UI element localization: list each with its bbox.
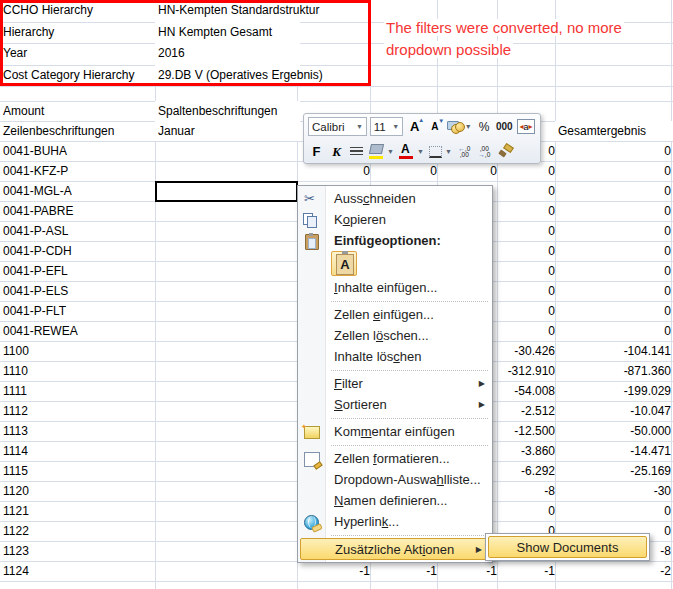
value-cell[interactable]: 0 <box>297 161 374 181</box>
value-cell[interactable]: 0 <box>555 201 673 221</box>
menu-item-filter[interactable]: Filter▶ <box>298 373 492 394</box>
row-label[interactable]: 1100 <box>0 341 158 361</box>
value-cell[interactable]: -50.000 <box>555 421 673 441</box>
row-label[interactable]: 1114 <box>0 441 158 461</box>
row-label[interactable]: 0041-P-EFL <box>0 261 158 281</box>
value-cell[interactable]: 0 <box>497 281 559 301</box>
chevron-down-icon[interactable]: ▼ <box>356 123 363 130</box>
value-cell[interactable]: -14.471 <box>555 441 673 461</box>
value-cell[interactable]: 0 <box>497 221 559 241</box>
pivot-values-label[interactable]: Amount <box>0 101 158 121</box>
menu-item-cut[interactable]: ✂Ausschneiden <box>298 188 492 209</box>
row-label[interactable]: 0041-P-ASL <box>0 221 158 241</box>
row-label[interactable]: 0041-P-ELS <box>0 281 158 301</box>
row-label[interactable]: 1111 <box>0 381 158 401</box>
pivot-rows-area-label[interactable]: Zeilenbeschriftungen <box>0 121 158 141</box>
borders-button[interactable]: ▼ <box>428 142 453 162</box>
row-label[interactable]: 1123 <box>0 541 158 561</box>
value-cell[interactable]: -6.292 <box>497 461 559 481</box>
format-painter-button[interactable] <box>496 142 514 162</box>
row-label[interactable]: 1121 <box>0 501 158 521</box>
increase-decimal-button[interactable]: ←,0,00 <box>456 142 473 162</box>
value-cell[interactable]: -30 <box>555 481 673 501</box>
menu-item-sort[interactable]: Sortieren▶ <box>298 394 492 415</box>
menu-item-hyperlink[interactable]: Hyperlink... <box>298 511 492 532</box>
chevron-down-icon[interactable]: ▼ <box>392 123 399 130</box>
row-label[interactable]: 0041-KFZ-P <box>0 161 158 181</box>
pivot-columns-area-label[interactable]: Spaltenbeschriftungen <box>155 101 300 121</box>
percent-style-button[interactable]: % <box>476 117 493 137</box>
value-cell[interactable]: -3.860 <box>497 441 559 461</box>
selected-cell[interactable] <box>155 181 298 202</box>
column-header-januar[interactable]: Januar <box>155 121 300 141</box>
value-cell[interactable]: -1 <box>497 561 559 581</box>
row-label[interactable]: 1112 <box>0 401 158 421</box>
value-cell[interactable]: 0 <box>437 161 501 181</box>
font-name-combo[interactable]: Calibri ▼ <box>308 117 367 136</box>
menu-item-delete-cells[interactable]: Zellen löschen... <box>298 325 492 346</box>
menu-item-dropdown-list[interactable]: Dropdown-Auswahlliste... <box>298 469 492 490</box>
bold-button[interactable]: F <box>308 142 325 162</box>
row-label[interactable]: 1113 <box>0 421 158 441</box>
value-cell[interactable]: 0 <box>497 161 559 181</box>
value-cell[interactable]: -2 <box>555 561 673 581</box>
value-cell[interactable]: -25.169 <box>555 461 673 481</box>
value-cell[interactable]: 0 <box>555 141 673 161</box>
value-cell[interactable]: -2.512 <box>497 401 559 421</box>
value-cell[interactable]: 0 <box>497 241 559 261</box>
comma-style-button[interactable]: 000 <box>496 117 513 137</box>
value-cell[interactable]: 0 <box>555 501 673 521</box>
value-cell[interactable]: -1 <box>437 561 501 581</box>
merge-center-button[interactable]: ◂a▸ <box>516 117 536 137</box>
menu-item-copy[interactable]: Kopieren <box>298 209 492 230</box>
value-cell[interactable]: 0 <box>555 161 673 181</box>
row-label[interactable]: 0041-P-FLT <box>0 301 158 321</box>
value-cell[interactable]: 0 <box>555 261 673 281</box>
value-cell[interactable]: 0 <box>370 161 441 181</box>
value-cell[interactable]: -199.029 <box>555 381 673 401</box>
grow-font-button[interactable]: A▲ <box>406 117 423 137</box>
row-label[interactable]: 1110 <box>0 361 158 381</box>
font-color-button[interactable]: A ▼ <box>398 142 425 162</box>
menu-paste-option-keep-formatting[interactable]: A <box>331 251 357 276</box>
menu-item-insert-cells[interactable]: Zellen einfügen... <box>298 304 492 325</box>
row-label[interactable]: 0041-REWEA <box>0 321 158 341</box>
value-cell[interactable]: 0 <box>497 201 559 221</box>
fill-color-button[interactable]: ▼ <box>368 142 395 162</box>
value-cell[interactable]: 0 <box>555 181 673 201</box>
value-cell[interactable]: 0 <box>497 261 559 281</box>
value-cell[interactable]: 0 <box>555 241 673 261</box>
value-cell[interactable]: -1 <box>297 561 374 581</box>
center-align-button[interactable] <box>348 142 365 162</box>
accounting-format-button[interactable]: ▼ <box>446 117 472 137</box>
value-cell[interactable]: -8 <box>497 481 559 501</box>
row-label[interactable]: 1120 <box>0 481 158 501</box>
chevron-down-icon[interactable]: ▼ <box>387 148 394 155</box>
shrink-font-button[interactable]: A▼ <box>426 117 443 137</box>
value-cell[interactable]: -10.047 <box>555 401 673 421</box>
value-cell[interactable]: -312.910 <box>497 361 559 381</box>
value-cell[interactable]: 0 <box>497 321 559 341</box>
value-cell[interactable]: 0 <box>497 181 559 201</box>
value-cell[interactable]: -104.141 <box>555 341 673 361</box>
menu-item-clear-contents[interactable]: Inhalte löschen <box>298 346 492 367</box>
menu-item-paste-special[interactable]: Inhalte einfügen... <box>298 277 492 298</box>
menu-item-additional-actions[interactable]: Zusätzliche Aktionen▶ <box>300 538 490 560</box>
value-cell[interactable]: -12.500 <box>497 421 559 441</box>
value-cell[interactable]: 0 <box>497 301 559 321</box>
value-cell[interactable]: -1 <box>370 561 441 581</box>
value-cell[interactable]: -30.426 <box>497 341 559 361</box>
value-cell[interactable]: 0 <box>497 501 559 521</box>
row-label[interactable]: 1115 <box>0 461 158 481</box>
menu-item-define-name[interactable]: Namen definieren... <box>298 490 492 511</box>
row-label[interactable]: 0041-P-CDH <box>0 241 158 261</box>
italic-button[interactable]: K <box>328 142 345 162</box>
chevron-down-icon[interactable]: ▼ <box>465 123 472 130</box>
row-label[interactable]: 0041-MGL-A <box>0 181 158 201</box>
row-label[interactable]: 1122 <box>0 521 158 541</box>
menu-item-insert-comment[interactable]: ✦Kommentar einfügen <box>298 421 492 442</box>
chevron-down-icon[interactable]: ▼ <box>445 148 452 155</box>
value-cell[interactable]: 0 <box>555 281 673 301</box>
chevron-down-icon[interactable]: ▼ <box>417 148 424 155</box>
value-cell[interactable]: 0 <box>555 321 673 341</box>
